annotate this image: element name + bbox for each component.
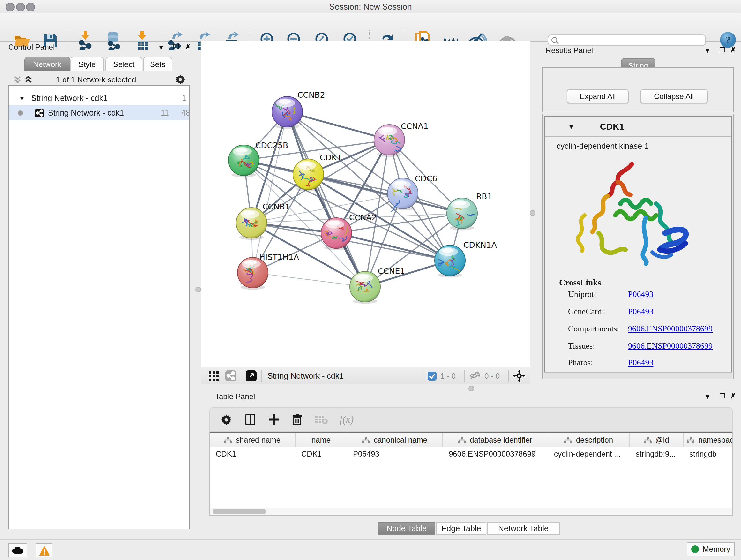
node-CCNE1[interactable] (350, 271, 381, 304)
tab-edge-table[interactable]: Edge Table (436, 522, 486, 535)
tab-node-table[interactable]: Node Table (378, 522, 435, 535)
column-header-namespace[interactable]: namespace (684, 433, 733, 447)
column-header-description[interactable]: description (548, 433, 630, 447)
network-view-canvas[interactable]: CCNB2CCNA1CDC25BCDK1CDC6RB1CCNB1CCNA2CDK… (201, 41, 530, 367)
hidden-count: 0 - 0 (484, 371, 500, 380)
show-columns-icon[interactable] (245, 414, 255, 425)
table-cell[interactable]: P06493 (347, 447, 443, 461)
hidden-eye-icon[interactable] (469, 371, 481, 381)
current-network-title: String Network - cdk1 (267, 371, 344, 380)
node-CDC25B[interactable] (228, 145, 259, 177)
left-splitter-handle[interactable] (195, 287, 201, 293)
network-collection-row[interactable]: ▼ String Network - cdk1 (9, 91, 189, 105)
network-view-icon[interactable] (225, 370, 236, 381)
tab-network[interactable]: Network (24, 57, 70, 71)
table-settings-gear-icon[interactable] (221, 414, 232, 425)
table-cell[interactable]: stringdb (684, 447, 733, 461)
control-panel: Control Panel ▼ ❒ ✗ NetworkStyleSelectSe… (3, 42, 189, 531)
memory-label: Memory (703, 545, 731, 554)
warning-status-button[interactable] (36, 543, 52, 557)
delete-table-icon[interactable] (315, 415, 328, 424)
protein-description: cyclin-dependent kinase 1 (556, 142, 649, 151)
function-builder-icon[interactable]: f(x) (340, 414, 354, 425)
grid-view-icon[interactable] (209, 371, 219, 381)
birdseye-view-icon[interactable] (246, 370, 257, 381)
node-label-CCNB1: CCNB1 (262, 202, 290, 211)
control-panel-title: Control Panel (8, 43, 55, 52)
node-label-CDC25B: CDC25B (255, 141, 288, 150)
collapse-all-button[interactable]: Collapse All (640, 89, 708, 104)
node-label-CCNE1: CCNE1 (378, 266, 405, 276)
node-HIST1H1A[interactable] (238, 257, 268, 290)
cloud-status-button[interactable] (8, 543, 27, 557)
scrollbar-thumb[interactable] (212, 509, 266, 514)
close-panel-icon[interactable]: ✗ (730, 392, 736, 400)
footer-separator (508, 369, 509, 382)
crosslink-link[interactable]: P06493 (628, 289, 653, 300)
crosslink-link[interactable]: P06493 (628, 307, 653, 317)
edge-CCNB2-HIST1H1A[interactable] (253, 112, 287, 273)
network-graph[interactable]: CCNB2CCNA1CDC25BCDK1CDC6RB1CCNB1CCNA2CDK… (201, 41, 530, 367)
close-panel-icon[interactable]: ✗ (730, 46, 736, 54)
network-footer-bar: String Network - cdk1 1 - 0 0 - 0 (201, 367, 530, 384)
collection-expand-icon[interactable]: ▼ (19, 95, 25, 101)
table-panel-title: Table Panel (215, 392, 255, 401)
column-header-shared-name[interactable]: shared name (210, 433, 295, 447)
table-cell[interactable]: cyclin-dependent ... (548, 447, 630, 461)
add-column-icon[interactable] (269, 415, 279, 425)
tab-select[interactable]: Select (105, 57, 142, 71)
node-label-CCNA1: CCNA1 (401, 122, 428, 131)
tab-network-table[interactable]: Network Table (487, 522, 560, 535)
node-CCNB1[interactable] (236, 207, 267, 240)
control-panel-tabs: NetworkStyleSelectSets (3, 57, 189, 71)
node-CCNA1[interactable] (374, 125, 405, 157)
node-CDKN1A[interactable] (434, 245, 465, 277)
tab-sets[interactable]: Sets (143, 57, 172, 71)
table-cell[interactable]: CDK1 (295, 447, 347, 461)
node-label-CDC6: CDC6 (415, 174, 437, 183)
column-header-name[interactable]: name (295, 433, 347, 447)
horizontal-scrollbar[interactable] (544, 372, 732, 379)
crosslink-label: Pharos: (568, 358, 593, 368)
table-cell[interactable]: 9606.ENSP00000378699 (443, 447, 548, 461)
network-selected-info: 1 of 1 Network selected (3, 75, 189, 84)
crosslink-label: Compartments: (568, 324, 619, 334)
memory-button[interactable]: Memory (687, 542, 735, 556)
crosslink-link[interactable]: P06493 (628, 358, 653, 368)
table-cell[interactable]: CDK1 (210, 447, 295, 461)
table-horizontal-scrollbar[interactable] (210, 508, 732, 515)
node-CDC6[interactable] (387, 178, 418, 212)
float-panel-icon[interactable]: ▼ (704, 393, 711, 400)
footer-separator (241, 369, 241, 382)
collapse-section-icon[interactable]: ▼ (568, 123, 575, 130)
maximize-panel-icon[interactable]: ❒ (719, 392, 726, 400)
close-panel-icon[interactable]: ✗ (185, 43, 191, 51)
node-label-CDK1: CDK1 (320, 153, 342, 162)
title-bar: Session: New Session (0, 0, 741, 13)
edge-HIST1H1A-CCNE1[interactable] (253, 273, 365, 287)
float-panel-icon[interactable]: ▼ (704, 47, 711, 54)
pan-crosshair-icon[interactable] (513, 370, 525, 382)
delete-column-icon[interactable] (292, 414, 302, 425)
network-options-gear-icon[interactable] (176, 75, 185, 84)
results-scroll-box: ▼ CDK1 cyclin-dependent kinase 1 (542, 114, 734, 379)
protein-card-header[interactable]: ▼ CDK1 (545, 117, 731, 137)
maximize-panel-icon[interactable]: ❒ (173, 43, 179, 51)
crosslink-link[interactable]: 9606.ENSP00000378699 (628, 341, 713, 351)
node-table[interactable]: shared namenamecanonical namedatabase id… (209, 432, 733, 516)
column-header--id[interactable]: @id (630, 433, 684, 447)
selected-checkbox-icon[interactable] (428, 371, 436, 380)
cloud-icon (12, 547, 23, 554)
table-toolbar: f(x) (209, 408, 733, 432)
memory-status-dot (691, 545, 699, 553)
crosslink-link[interactable]: 9606.ENSP00000378699 (628, 324, 713, 334)
maximize-panel-icon[interactable]: ❒ (719, 46, 726, 54)
expand-all-button[interactable]: Expand All (567, 89, 629, 104)
window-title: Session: New Session (0, 2, 741, 11)
tab-style[interactable]: Style (70, 57, 104, 71)
node-RB1[interactable] (447, 198, 477, 230)
column-header-database-identifier[interactable]: database identifier (443, 433, 548, 447)
column-header-canonical-name[interactable]: canonical name (347, 433, 443, 447)
table-cell[interactable]: stringdb:9... (630, 447, 684, 461)
float-panel-icon[interactable]: ▼ (158, 44, 165, 51)
